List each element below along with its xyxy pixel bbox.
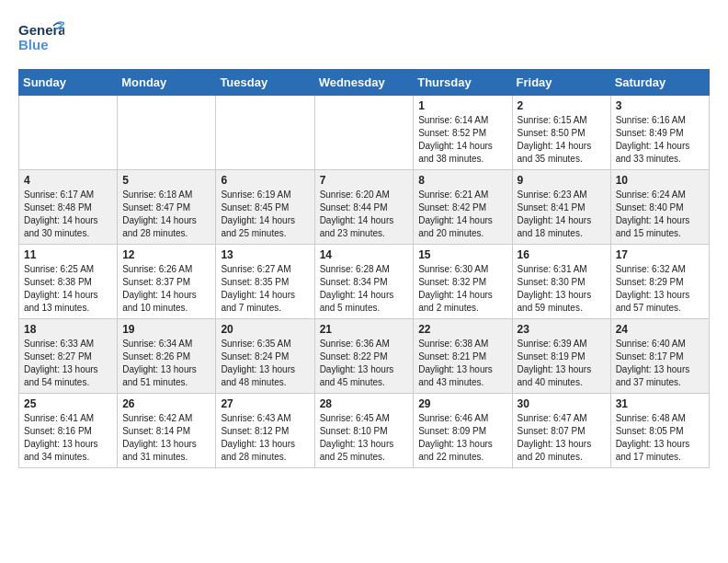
day-number: 8	[418, 174, 506, 187]
day-info: Sunrise: 6:31 AMSunset: 8:30 PMDaylight:…	[518, 263, 606, 315]
day-number: 12	[122, 248, 210, 261]
calendar-cell: 12Sunrise: 6:26 AMSunset: 8:37 PMDayligh…	[118, 245, 216, 319]
day-info: Sunrise: 6:21 AMSunset: 8:42 PMDaylight:…	[418, 189, 506, 240]
day-number: 11	[24, 248, 112, 261]
day-number: 21	[320, 323, 409, 336]
day-number: 10	[616, 174, 704, 187]
day-number: 7	[320, 174, 409, 187]
day-info: Sunrise: 6:16 AMSunset: 8:49 PMDaylight:…	[616, 114, 704, 166]
calendar-cell: 17Sunrise: 6:32 AMSunset: 8:29 PMDayligh…	[610, 245, 709, 319]
calendar-cell: 6Sunrise: 6:19 AMSunset: 8:45 PMDaylight…	[216, 170, 314, 245]
day-info: Sunrise: 6:26 AMSunset: 8:37 PMDaylight:…	[122, 263, 210, 315]
logo-icon: General Blue	[18, 18, 64, 60]
calendar-cell: 2Sunrise: 6:15 AMSunset: 8:50 PMDaylight…	[512, 96, 610, 170]
day-info: Sunrise: 6:15 AMSunset: 8:50 PMDaylight:…	[518, 114, 606, 166]
day-number: 16	[518, 248, 606, 261]
day-info: Sunrise: 6:27 AMSunset: 8:35 PMDaylight:…	[221, 263, 309, 315]
weekday-header-wednesday: Wednesday	[314, 70, 414, 96]
calendar-cell: 16Sunrise: 6:31 AMSunset: 8:30 PMDayligh…	[512, 245, 610, 319]
calendar-week-1: 1Sunrise: 6:14 AMSunset: 8:52 PMDaylight…	[19, 96, 710, 170]
calendar-week-4: 18Sunrise: 6:33 AMSunset: 8:27 PMDayligh…	[19, 319, 710, 394]
day-number: 5	[122, 174, 210, 187]
day-number: 1	[418, 99, 506, 112]
day-number: 31	[616, 397, 704, 410]
calendar-cell: 30Sunrise: 6:47 AMSunset: 8:07 PMDayligh…	[512, 394, 610, 468]
day-number: 2	[518, 99, 606, 112]
calendar-cell: 4Sunrise: 6:17 AMSunset: 8:48 PMDaylight…	[19, 170, 118, 245]
day-info: Sunrise: 6:33 AMSunset: 8:27 PMDaylight:…	[24, 338, 112, 389]
day-info: Sunrise: 6:14 AMSunset: 8:52 PMDaylight:…	[418, 114, 506, 166]
day-info: Sunrise: 6:47 AMSunset: 8:07 PMDaylight:…	[518, 412, 606, 464]
calendar-cell: 28Sunrise: 6:45 AMSunset: 8:10 PMDayligh…	[314, 394, 414, 468]
day-number: 17	[616, 248, 704, 261]
calendar-cell: 24Sunrise: 6:40 AMSunset: 8:17 PMDayligh…	[610, 319, 709, 394]
calendar-cell: 10Sunrise: 6:24 AMSunset: 8:40 PMDayligh…	[610, 170, 709, 245]
day-number: 25	[24, 397, 112, 410]
calendar-week-2: 4Sunrise: 6:17 AMSunset: 8:48 PMDaylight…	[19, 170, 710, 245]
day-info: Sunrise: 6:48 AMSunset: 8:05 PMDaylight:…	[616, 412, 704, 464]
svg-text:General: General	[18, 22, 64, 38]
calendar-cell: 21Sunrise: 6:36 AMSunset: 8:22 PMDayligh…	[314, 319, 414, 394]
calendar-week-3: 11Sunrise: 6:25 AMSunset: 8:38 PMDayligh…	[19, 245, 710, 319]
day-info: Sunrise: 6:40 AMSunset: 8:17 PMDaylight:…	[616, 338, 704, 389]
day-info: Sunrise: 6:41 AMSunset: 8:16 PMDaylight:…	[24, 412, 112, 464]
svg-text:Blue: Blue	[18, 37, 49, 52]
day-info: Sunrise: 6:28 AMSunset: 8:34 PMDaylight:…	[320, 263, 409, 315]
day-number: 9	[518, 174, 606, 187]
day-number: 23	[518, 323, 606, 336]
calendar-cell: 19Sunrise: 6:34 AMSunset: 8:26 PMDayligh…	[118, 319, 216, 394]
day-number: 26	[122, 397, 210, 410]
day-info: Sunrise: 6:20 AMSunset: 8:44 PMDaylight:…	[320, 189, 409, 240]
day-number: 28	[320, 397, 409, 410]
day-number: 30	[518, 397, 606, 410]
weekday-header-tuesday: Tuesday	[216, 70, 314, 96]
day-number: 13	[221, 248, 309, 261]
calendar-cell: 9Sunrise: 6:23 AMSunset: 8:41 PMDaylight…	[512, 170, 610, 245]
day-info: Sunrise: 6:19 AMSunset: 8:45 PMDaylight:…	[221, 189, 309, 240]
day-info: Sunrise: 6:36 AMSunset: 8:22 PMDaylight:…	[320, 338, 409, 389]
calendar-cell: 1Sunrise: 6:14 AMSunset: 8:52 PMDaylight…	[414, 96, 512, 170]
day-info: Sunrise: 6:43 AMSunset: 8:12 PMDaylight:…	[221, 412, 309, 464]
calendar-header-row: SundayMondayTuesdayWednesdayThursdayFrid…	[19, 70, 710, 96]
calendar-cell: 5Sunrise: 6:18 AMSunset: 8:47 PMDaylight…	[118, 170, 216, 245]
day-number: 22	[418, 323, 506, 336]
day-info: Sunrise: 6:18 AMSunset: 8:47 PMDaylight:…	[122, 189, 210, 240]
day-info: Sunrise: 6:35 AMSunset: 8:24 PMDaylight:…	[221, 338, 309, 389]
calendar-cell: 26Sunrise: 6:42 AMSunset: 8:14 PMDayligh…	[118, 394, 216, 468]
calendar-cell	[216, 96, 314, 170]
day-info: Sunrise: 6:42 AMSunset: 8:14 PMDaylight:…	[122, 412, 210, 464]
calendar-cell	[314, 96, 414, 170]
day-info: Sunrise: 6:38 AMSunset: 8:21 PMDaylight:…	[418, 338, 506, 389]
calendar-cell: 13Sunrise: 6:27 AMSunset: 8:35 PMDayligh…	[216, 245, 314, 319]
weekday-header-friday: Friday	[512, 70, 610, 96]
calendar-cell: 22Sunrise: 6:38 AMSunset: 8:21 PMDayligh…	[414, 319, 512, 394]
calendar-cell: 27Sunrise: 6:43 AMSunset: 8:12 PMDayligh…	[216, 394, 314, 468]
day-info: Sunrise: 6:30 AMSunset: 8:32 PMDaylight:…	[418, 263, 506, 315]
day-number: 14	[320, 248, 409, 261]
calendar-week-5: 25Sunrise: 6:41 AMSunset: 8:16 PMDayligh…	[19, 394, 710, 468]
weekday-header-thursday: Thursday	[414, 70, 512, 96]
calendar-cell: 18Sunrise: 6:33 AMSunset: 8:27 PMDayligh…	[19, 319, 118, 394]
calendar-table: SundayMondayTuesdayWednesdayThursdayFrid…	[18, 69, 710, 468]
day-info: Sunrise: 6:45 AMSunset: 8:10 PMDaylight:…	[320, 412, 409, 464]
calendar-cell	[118, 96, 216, 170]
calendar-cell: 25Sunrise: 6:41 AMSunset: 8:16 PMDayligh…	[19, 394, 118, 468]
day-number: 3	[616, 99, 704, 112]
page-header: General Blue	[18, 18, 710, 60]
day-info: Sunrise: 6:23 AMSunset: 8:41 PMDaylight:…	[518, 189, 606, 240]
day-number: 20	[221, 323, 309, 336]
calendar-cell: 7Sunrise: 6:20 AMSunset: 8:44 PMDaylight…	[314, 170, 414, 245]
day-number: 15	[418, 248, 506, 261]
day-info: Sunrise: 6:17 AMSunset: 8:48 PMDaylight:…	[24, 189, 112, 240]
calendar-cell: 8Sunrise: 6:21 AMSunset: 8:42 PMDaylight…	[414, 170, 512, 245]
logo: General Blue	[18, 18, 64, 60]
day-number: 27	[221, 397, 309, 410]
calendar-cell: 29Sunrise: 6:46 AMSunset: 8:09 PMDayligh…	[414, 394, 512, 468]
calendar-cell: 23Sunrise: 6:39 AMSunset: 8:19 PMDayligh…	[512, 319, 610, 394]
calendar-cell	[19, 96, 118, 170]
day-info: Sunrise: 6:39 AMSunset: 8:19 PMDaylight:…	[518, 338, 606, 389]
weekday-header-saturday: Saturday	[610, 70, 709, 96]
day-info: Sunrise: 6:32 AMSunset: 8:29 PMDaylight:…	[616, 263, 704, 315]
day-number: 18	[24, 323, 112, 336]
calendar-cell: 14Sunrise: 6:28 AMSunset: 8:34 PMDayligh…	[314, 245, 414, 319]
